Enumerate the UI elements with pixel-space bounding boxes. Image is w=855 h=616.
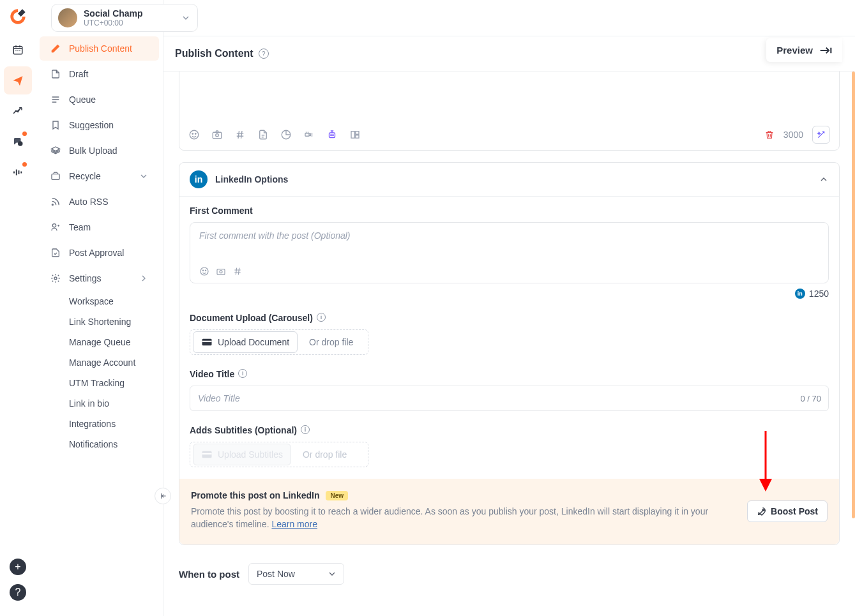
video-title-input[interactable] [190, 386, 829, 411]
svg-point-23 [202, 270, 203, 271]
svg-rect-28 [202, 341, 212, 342]
emoji-icon[interactable] [199, 266, 209, 276]
collapse-sidebar-button[interactable] [155, 488, 171, 504]
sidebar-item-settings[interactable]: Settings [40, 266, 159, 290]
sidebar-item-queue[interactable]: Queue [40, 87, 159, 112]
svg-point-7 [52, 224, 56, 227]
info-icon[interactable]: i [301, 425, 310, 434]
upload-subtitles-button: Upload Subtitles [193, 444, 291, 465]
svg-rect-12 [213, 132, 222, 139]
promote-title: Promote this post on LinkedIn [191, 490, 319, 500]
info-icon[interactable]: i [238, 369, 247, 378]
emoji-icon[interactable] [188, 129, 200, 140]
character-counter: 3000 [783, 130, 803, 140]
trash-icon[interactable] [764, 130, 775, 140]
rail-help-button[interactable]: ? [10, 584, 26, 601]
magic-button[interactable] [812, 126, 830, 144]
workspace-name: Social Champ [84, 8, 143, 19]
svg-point-10 [192, 133, 193, 135]
preview-button[interactable]: Preview [766, 38, 842, 62]
sidebar-item-post-approval[interactable]: Post Approval [40, 241, 159, 265]
svg-rect-30 [202, 453, 212, 454]
video-title-count: 0 / 70 [800, 394, 821, 403]
main-header: Publish Content ? [163, 36, 855, 71]
promote-description: Promote this post by boosting it to reac… [191, 506, 734, 530]
subtitles-label: Adds Subtitles (Optional) [190, 425, 297, 435]
main: Publish Content ? Preview [163, 0, 855, 616]
rail-conversations[interactable] [4, 128, 32, 156]
first-comment-box[interactable] [190, 222, 829, 283]
learn-more-link[interactable]: Learn more [271, 519, 317, 529]
hashtag-icon[interactable] [234, 129, 246, 140]
when-select[interactable]: Post Now [248, 563, 344, 585]
scroll-indicator[interactable] [852, 71, 855, 518]
sidebar-item-auto-rss[interactable]: Auto RSS [40, 190, 159, 214]
first-comment-label: First Comment [190, 206, 829, 216]
svg-rect-25 [217, 269, 225, 275]
sidebar-item-publish-content[interactable]: Publish Content [40, 36, 159, 61]
hashtag-icon[interactable] [232, 266, 243, 276]
rocket-icon [757, 506, 767, 516]
svg-point-18 [333, 135, 334, 136]
sidebar-item-label: Auto RSS [69, 197, 108, 207]
camera-icon[interactable] [211, 129, 223, 140]
avatar [58, 8, 77, 27]
sub-link-in-bio[interactable]: Link in bio [63, 393, 163, 414]
when-to-post-row: When to post Post Now [179, 563, 840, 585]
when-label: When to post [179, 569, 239, 580]
sub-manage-account[interactable]: Manage Account [63, 352, 163, 373]
linkedin-options-header[interactable]: in LinkedIn Options [179, 163, 839, 197]
rail-calendar[interactable] [4, 36, 32, 64]
info-icon[interactable]: i [317, 313, 326, 322]
sidebar-item-label: Team [69, 222, 91, 232]
rail-add-button[interactable]: + [10, 559, 26, 575]
sidebar-item-label: Settings [69, 273, 102, 283]
svg-point-2 [17, 50, 19, 52]
chevron-up-icon[interactable] [819, 174, 829, 184]
svg-point-22 [201, 267, 208, 275]
svg-point-13 [216, 134, 219, 137]
help-icon[interactable]: ? [259, 49, 269, 59]
sidebar-item-draft[interactable]: Draft [40, 62, 159, 86]
rail-analytics[interactable] [4, 97, 32, 125]
fc-char-count: 1250 [809, 289, 829, 299]
linkedin-options-card: in LinkedIn Options First Comment [179, 162, 840, 545]
sub-manage-queue[interactable]: Manage Queue [63, 332, 163, 352]
layout-icon[interactable] [349, 129, 361, 140]
composer-box[interactable]: 3000 [179, 71, 840, 151]
sidebar-item-team[interactable]: Team [40, 215, 159, 239]
camera-icon[interactable] [216, 266, 226, 276]
section-title: LinkedIn Options [215, 174, 288, 184]
app-logo [9, 8, 27, 26]
nav: Publish Content Draft Queue Suggestion B… [36, 36, 163, 454]
drop-text: Or drop file [300, 337, 353, 347]
sub-link-shortening[interactable]: Link Shortening [63, 312, 163, 332]
sidebar-item-suggestion[interactable]: Suggestion [40, 113, 159, 137]
sub-notifications[interactable]: Notifications [63, 434, 163, 454]
rail-publish[interactable] [4, 66, 32, 94]
document-icon[interactable] [257, 129, 269, 140]
chart-icon[interactable] [280, 129, 292, 140]
boost-post-button[interactable]: Boost Post [747, 500, 828, 522]
sub-utm-tracking[interactable]: UTM Tracking [63, 373, 163, 393]
svg-rect-19 [351, 131, 354, 139]
sub-workspace[interactable]: Workspace [63, 291, 163, 312]
sidebar-item-label: Queue [69, 94, 96, 105]
workspace-selector[interactable]: Social Champ UTC+00:00 [51, 4, 198, 32]
plugin-icon[interactable] [303, 129, 315, 140]
svg-point-6 [52, 204, 53, 206]
svg-point-9 [190, 130, 199, 139]
sidebar-item-bulk-upload[interactable]: Bulk Upload [40, 139, 159, 163]
doc-upload-dropzone[interactable]: Upload Document Or drop file [190, 329, 368, 355]
svg-point-3 [19, 50, 20, 52]
svg-rect-5 [52, 174, 59, 180]
upload-document-button[interactable]: Upload Document [193, 331, 298, 353]
first-comment-input[interactable] [199, 230, 819, 241]
workspace-timezone: UTC+00:00 [84, 19, 143, 27]
content-area: 3000 in LinkedIn Options First Comment [163, 71, 855, 616]
ai-icon[interactable] [326, 129, 338, 140]
chevron-down-icon [181, 13, 191, 23]
rail-listening[interactable] [4, 158, 32, 186]
sidebar-item-recycle[interactable]: Recycle [40, 164, 159, 188]
sub-integrations[interactable]: Integrations [63, 414, 163, 434]
